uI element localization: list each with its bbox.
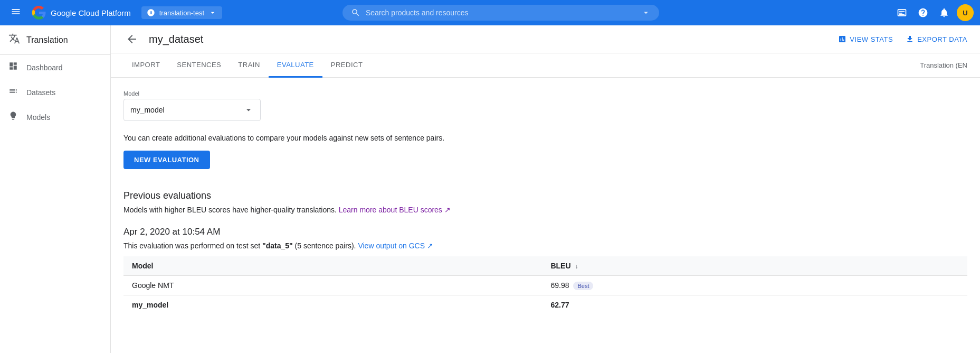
- sidebar-item-models[interactable]: Models: [0, 105, 106, 129]
- page-header: my_dataset VIEW STATS EXPORT DATA: [111, 25, 980, 53]
- best-badge: Best: [573, 282, 593, 290]
- export-data-button[interactable]: EXPORT DATA: [906, 35, 967, 43]
- previous-evaluations-section: Previous evaluations Models with higher …: [123, 190, 967, 314]
- eval-info: This evaluation was performed on test se…: [123, 241, 967, 250]
- view-stats-button[interactable]: VIEW STATS: [838, 35, 893, 43]
- main-layout: Translation Dashboard Datasets Models: [0, 25, 980, 353]
- col-bleu[interactable]: BLEU ↓: [542, 256, 967, 276]
- external-link-icon: ↗: [444, 206, 451, 214]
- table-row: Google NMT69.98Best: [123, 276, 967, 295]
- sidebar-title: Translation: [26, 35, 68, 45]
- hamburger-icon[interactable]: [6, 2, 25, 24]
- brand-logo: Google Cloud Platform: [32, 5, 131, 20]
- eval-table: Model BLEU ↓ Google NMT69.98Bestmy_model…: [123, 256, 967, 314]
- models-icon: [8, 111, 18, 123]
- tabs-bar: IMPORT SENTENCES TRAIN EVALUATE PREDICT …: [111, 53, 980, 78]
- notifications-icon[interactable]: [936, 4, 953, 21]
- info-text: You can create additional evaluations to…: [123, 134, 967, 142]
- model-selected-value: my_model: [130, 106, 165, 114]
- dashboard-icon: [8, 61, 18, 73]
- new-evaluation-button[interactable]: NEW EVALUATION: [123, 151, 210, 169]
- col-model: Model: [123, 256, 542, 276]
- model-label: Model: [123, 90, 967, 97]
- sidebar-item-datasets-label: Datasets: [26, 88, 55, 97]
- search-bar[interactable]: [342, 5, 659, 21]
- table-header-row: Model BLEU ↓: [123, 256, 967, 276]
- page-title: my_dataset: [149, 33, 830, 45]
- back-button[interactable]: [123, 31, 140, 48]
- prev-evals-title: Previous evaluations: [123, 190, 967, 201]
- sidebar-item-models-label: Models: [26, 113, 50, 122]
- help-icon[interactable]: [915, 4, 931, 21]
- sort-icon: ↓: [575, 263, 578, 270]
- avatar[interactable]: U: [957, 4, 974, 21]
- table-cell-bleu: 62.77: [542, 295, 967, 315]
- datasets-icon: [8, 86, 18, 98]
- content-area: Model my_model You can create additional…: [111, 78, 980, 353]
- model-select[interactable]: my_model: [123, 99, 261, 121]
- sidebar-item-datasets[interactable]: Datasets: [0, 80, 106, 105]
- project-selector[interactable]: translation-test: [141, 6, 222, 19]
- translation-icon: [8, 33, 20, 47]
- cloud-shell-icon[interactable]: [893, 4, 910, 21]
- nav-actions: U: [893, 4, 974, 21]
- sidebar-header: Translation: [0, 25, 110, 55]
- view-gcs-link[interactable]: View output on GCS ↗: [358, 241, 433, 250]
- tab-sentences[interactable]: SENTENCES: [168, 53, 230, 78]
- table-row: my_model62.77: [123, 295, 967, 315]
- export-data-label: EXPORT DATA: [917, 35, 967, 43]
- eval-entry: Apr 2, 2020 at 10:54 AM This evaluation …: [123, 227, 967, 314]
- table-cell-model: Google NMT: [123, 276, 542, 295]
- tab-predict[interactable]: PREDICT: [322, 53, 372, 78]
- prev-evals-desc-text: Models with higher BLEU scores have high…: [123, 206, 337, 214]
- eval-dataset: "data_5": [262, 241, 293, 250]
- table-cell-bleu: 69.98Best: [542, 276, 967, 295]
- main-content: my_dataset VIEW STATS EXPORT DATA IMPORT…: [111, 25, 980, 353]
- tab-import[interactable]: IMPORT: [123, 53, 168, 78]
- table-cell-model: my_model: [123, 295, 542, 315]
- prev-evals-desc: Models with higher BLEU scores have high…: [123, 206, 967, 214]
- view-stats-label: VIEW STATS: [850, 35, 893, 43]
- tab-train[interactable]: TRAIN: [230, 53, 269, 78]
- eval-info-prefix: This evaluation was performed on test se…: [123, 241, 262, 250]
- sidebar-item-dashboard-label: Dashboard: [26, 63, 63, 72]
- eval-table-body: Google NMT69.98Bestmy_model62.77: [123, 276, 967, 315]
- project-name: translation-test: [159, 9, 204, 17]
- bleu-link[interactable]: Learn more about BLEU scores ↗: [339, 206, 451, 214]
- eval-info-suffix: (5 sentence pairs).: [293, 241, 356, 250]
- model-section: Model my_model: [123, 90, 967, 121]
- tab-evaluate[interactable]: EVALUATE: [269, 53, 322, 78]
- search-input[interactable]: [366, 8, 636, 17]
- tab-right-info: Translation (EN: [920, 54, 967, 77]
- brand-text: Google Cloud Platform: [51, 8, 131, 17]
- sidebar: Translation Dashboard Datasets Models: [0, 25, 111, 353]
- header-actions: VIEW STATS EXPORT DATA: [838, 35, 967, 43]
- eval-date: Apr 2, 2020 at 10:54 AM: [123, 227, 967, 237]
- sidebar-item-dashboard[interactable]: Dashboard: [0, 55, 106, 80]
- top-navigation: Google Cloud Platform translation-test U: [0, 0, 980, 25]
- external-link-icon2: ↗: [427, 241, 433, 250]
